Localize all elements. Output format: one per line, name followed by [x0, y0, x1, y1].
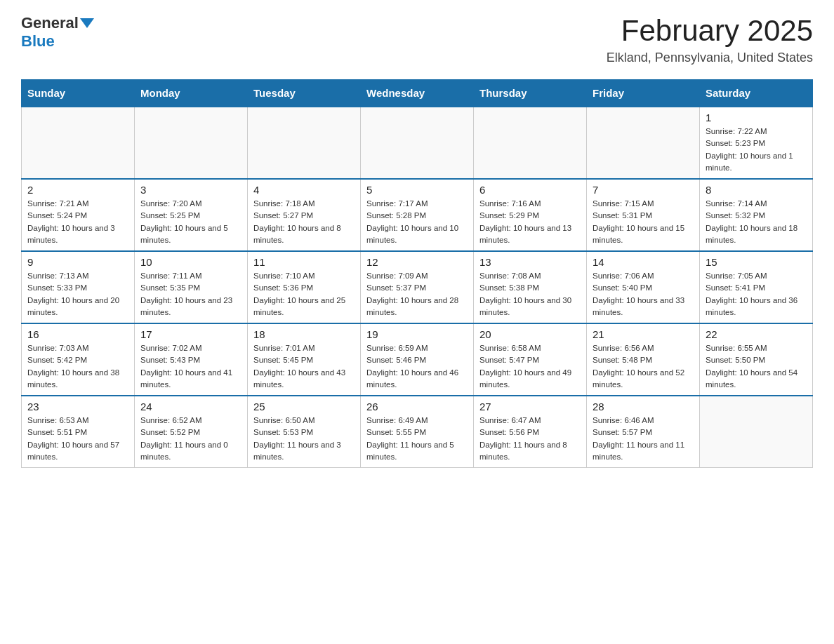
table-row: 12Sunrise: 7:09 AMSunset: 5:37 PMDayligh…	[361, 251, 474, 323]
table-row	[587, 107, 700, 179]
day-number: 10	[140, 256, 241, 268]
table-row	[474, 107, 587, 179]
day-detail: Sunrise: 7:11 AMSunset: 5:35 PMDaylight:…	[140, 270, 241, 318]
day-number: 13	[479, 256, 581, 268]
table-row: 22Sunrise: 6:55 AMSunset: 5:50 PMDayligh…	[700, 323, 813, 396]
day-detail: Sunrise: 7:02 AMSunset: 5:43 PMDaylight:…	[140, 342, 241, 391]
table-row: 25Sunrise: 6:50 AMSunset: 5:53 PMDayligh…	[248, 396, 361, 468]
table-row: 27Sunrise: 6:47 AMSunset: 5:56 PMDayligh…	[474, 396, 587, 468]
table-row: 5Sunrise: 7:17 AMSunset: 5:28 PMDaylight…	[361, 179, 474, 251]
table-row	[361, 107, 474, 179]
col-monday: Monday	[135, 80, 248, 107]
table-row: 23Sunrise: 6:53 AMSunset: 5:51 PMDayligh…	[22, 396, 135, 468]
day-detail: Sunrise: 6:50 AMSunset: 5:53 PMDaylight:…	[253, 415, 355, 463]
day-detail: Sunrise: 7:10 AMSunset: 5:36 PMDaylight:…	[253, 270, 355, 318]
table-row: 6Sunrise: 7:16 AMSunset: 5:29 PMDaylight…	[474, 179, 587, 251]
day-number: 19	[366, 328, 468, 340]
col-thursday: Thursday	[474, 80, 587, 107]
day-detail: Sunrise: 7:18 AMSunset: 5:27 PMDaylight:…	[253, 198, 355, 246]
day-number: 17	[140, 328, 241, 340]
table-row: 26Sunrise: 6:49 AMSunset: 5:55 PMDayligh…	[361, 396, 474, 468]
logo-general-text: General	[21, 14, 79, 32]
day-number: 21	[593, 328, 694, 340]
day-number: 9	[27, 256, 128, 268]
table-row: 19Sunrise: 6:59 AMSunset: 5:46 PMDayligh…	[361, 323, 474, 396]
day-number: 12	[366, 256, 468, 268]
logo-blue-text: Blue	[21, 32, 55, 51]
day-number: 20	[479, 328, 581, 340]
day-detail: Sunrise: 6:52 AMSunset: 5:52 PMDaylight:…	[140, 415, 241, 463]
day-number: 8	[706, 184, 807, 196]
table-row: 16Sunrise: 7:03 AMSunset: 5:42 PMDayligh…	[22, 323, 135, 396]
day-detail: Sunrise: 6:58 AMSunset: 5:47 PMDaylight:…	[479, 342, 581, 391]
day-number: 4	[253, 184, 355, 196]
day-detail: Sunrise: 6:53 AMSunset: 5:51 PMDaylight:…	[27, 415, 128, 463]
day-number: 25	[253, 401, 355, 412]
table-row: 11Sunrise: 7:10 AMSunset: 5:36 PMDayligh…	[248, 251, 361, 323]
table-row: 4Sunrise: 7:18 AMSunset: 5:27 PMDaylight…	[248, 179, 361, 251]
day-detail: Sunrise: 7:13 AMSunset: 5:33 PMDaylight:…	[27, 270, 128, 318]
day-number: 15	[706, 256, 807, 268]
day-number: 1	[706, 112, 807, 123]
table-row: 15Sunrise: 7:05 AMSunset: 5:41 PMDayligh…	[700, 251, 813, 323]
day-number: 7	[593, 184, 694, 196]
table-row: 3Sunrise: 7:20 AMSunset: 5:25 PMDaylight…	[135, 179, 248, 251]
day-number: 6	[479, 184, 581, 196]
table-row: 17Sunrise: 7:02 AMSunset: 5:43 PMDayligh…	[135, 323, 248, 396]
day-number: 11	[253, 256, 355, 268]
table-row: 9Sunrise: 7:13 AMSunset: 5:33 PMDaylight…	[22, 251, 135, 323]
day-detail: Sunrise: 7:05 AMSunset: 5:41 PMDaylight:…	[706, 270, 807, 318]
day-detail: Sunrise: 7:08 AMSunset: 5:38 PMDaylight:…	[479, 270, 581, 318]
page-header: General Blue February 2025 Elkland, Penn…	[21, 14, 813, 65]
table-row: 14Sunrise: 7:06 AMSunset: 5:40 PMDayligh…	[587, 251, 700, 323]
table-row: 28Sunrise: 6:46 AMSunset: 5:57 PMDayligh…	[587, 396, 700, 468]
logo-triangle-icon	[80, 18, 94, 28]
calendar-body: 1Sunrise: 7:22 AMSunset: 5:23 PMDaylight…	[22, 107, 813, 468]
table-row: 8Sunrise: 7:14 AMSunset: 5:32 PMDaylight…	[700, 179, 813, 251]
day-detail: Sunrise: 6:59 AMSunset: 5:46 PMDaylight:…	[366, 342, 468, 391]
table-row: 2Sunrise: 7:21 AMSunset: 5:24 PMDaylight…	[22, 179, 135, 251]
day-number: 28	[593, 401, 694, 412]
table-row	[700, 396, 813, 468]
day-number: 18	[253, 328, 355, 340]
col-tuesday: Tuesday	[248, 80, 361, 107]
day-number: 14	[593, 256, 694, 268]
table-row	[22, 107, 135, 179]
logo: General Blue	[21, 14, 94, 51]
day-number: 23	[27, 401, 128, 412]
day-detail: Sunrise: 7:21 AMSunset: 5:24 PMDaylight:…	[27, 198, 128, 246]
day-detail: Sunrise: 7:09 AMSunset: 5:37 PMDaylight:…	[366, 270, 468, 318]
day-number: 5	[366, 184, 468, 196]
day-detail: Sunrise: 7:06 AMSunset: 5:40 PMDaylight:…	[593, 270, 694, 318]
day-number: 16	[27, 328, 128, 340]
table-row: 21Sunrise: 6:56 AMSunset: 5:48 PMDayligh…	[587, 323, 700, 396]
day-detail: Sunrise: 7:03 AMSunset: 5:42 PMDaylight:…	[27, 342, 128, 391]
day-detail: Sunrise: 7:17 AMSunset: 5:28 PMDaylight:…	[366, 198, 468, 246]
title-section: February 2025 Elkland, Pennsylvania, Uni…	[607, 14, 813, 65]
day-number: 27	[479, 401, 581, 412]
table-row	[135, 107, 248, 179]
day-detail: Sunrise: 6:47 AMSunset: 5:56 PMDaylight:…	[479, 415, 581, 463]
day-detail: Sunrise: 7:16 AMSunset: 5:29 PMDaylight:…	[479, 198, 581, 246]
calendar-table: Sunday Monday Tuesday Wednesday Thursday…	[21, 79, 813, 468]
table-row: 18Sunrise: 7:01 AMSunset: 5:45 PMDayligh…	[248, 323, 361, 396]
table-row: 24Sunrise: 6:52 AMSunset: 5:52 PMDayligh…	[135, 396, 248, 468]
location-text: Elkland, Pennsylvania, United States	[607, 51, 813, 65]
day-detail: Sunrise: 6:56 AMSunset: 5:48 PMDaylight:…	[593, 342, 694, 391]
calendar-header: Sunday Monday Tuesday Wednesday Thursday…	[22, 80, 813, 107]
day-detail: Sunrise: 7:01 AMSunset: 5:45 PMDaylight:…	[253, 342, 355, 391]
day-number: 26	[366, 401, 468, 412]
col-wednesday: Wednesday	[361, 80, 474, 107]
day-number: 22	[706, 328, 807, 340]
table-row: 7Sunrise: 7:15 AMSunset: 5:31 PMDaylight…	[587, 179, 700, 251]
month-title: February 2025	[607, 14, 813, 48]
col-saturday: Saturday	[700, 80, 813, 107]
day-number: 2	[27, 184, 128, 196]
day-number: 24	[140, 401, 241, 412]
col-sunday: Sunday	[22, 80, 135, 107]
day-detail: Sunrise: 6:49 AMSunset: 5:55 PMDaylight:…	[366, 415, 468, 463]
table-row	[248, 107, 361, 179]
day-detail: Sunrise: 7:14 AMSunset: 5:32 PMDaylight:…	[706, 198, 807, 246]
day-detail: Sunrise: 7:22 AMSunset: 5:23 PMDaylight:…	[706, 126, 807, 174]
table-row: 13Sunrise: 7:08 AMSunset: 5:38 PMDayligh…	[474, 251, 587, 323]
